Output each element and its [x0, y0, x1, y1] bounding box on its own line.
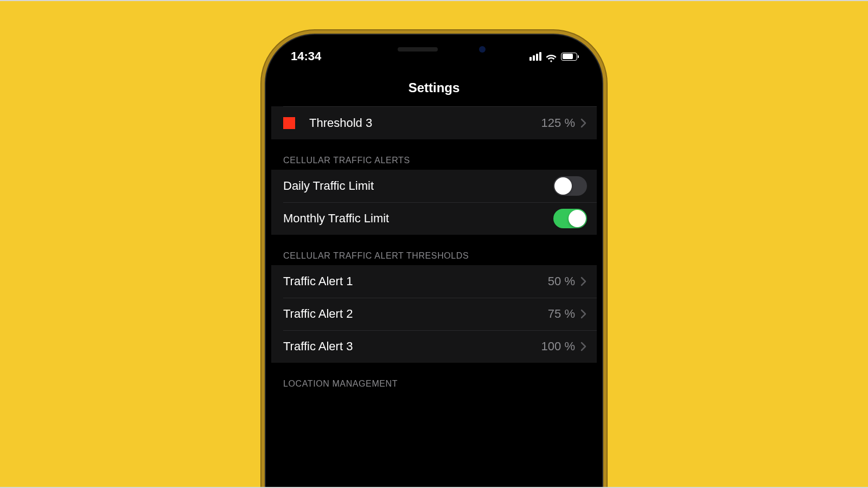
- group-header: CELLULAR TRAFFIC ALERT THRESHOLDS: [271, 251, 597, 265]
- wifi-icon: [546, 52, 557, 61]
- row-monthly-traffic-limit: Monthly Traffic Limit: [271, 202, 597, 235]
- screen: 14:34 Settings Threshold 3: [271, 40, 597, 488]
- settings-content[interactable]: Threshold 3 125 % CELLULAR TRAFFIC ALERT…: [271, 103, 597, 393]
- row-label: Traffic Alert 3: [283, 339, 541, 354]
- cellular-signal-icon: [529, 52, 541, 61]
- toggle-monthly-traffic-limit[interactable]: [553, 209, 587, 228]
- notch: [363, 40, 505, 59]
- row-threshold-3[interactable]: Threshold 3 125 %: [271, 107, 597, 139]
- group-wifi-thresholds-partial: Threshold 3 125 %: [271, 106, 597, 139]
- row-traffic-alert-3[interactable]: Traffic Alert 3 100 %: [271, 330, 597, 363]
- row-value: 125 %: [541, 116, 575, 130]
- battery-icon: [561, 53, 577, 61]
- row-label: Monthly Traffic Limit: [283, 211, 553, 226]
- status-right-cluster: [529, 52, 577, 61]
- group-cellular-traffic-alerts: CELLULAR TRAFFIC ALERTS Daily Traffic Li…: [271, 156, 597, 235]
- phone-frame: 14:34 Settings Threshold 3: [266, 35, 602, 488]
- row-value: 75 %: [548, 307, 575, 321]
- group-header: LOCATION MANAGEMENT: [271, 379, 597, 393]
- page-title: Settings: [409, 80, 460, 95]
- list-wifi-thresholds: Threshold 3 125 %: [271, 106, 597, 139]
- row-label: Daily Traffic Limit: [283, 179, 553, 193]
- chevron-right-icon: [580, 118, 587, 128]
- row-label: Traffic Alert 2: [283, 307, 548, 321]
- chevron-right-icon: [580, 277, 587, 286]
- nav-bar: Settings: [271, 73, 597, 103]
- speaker-grille: [398, 47, 438, 52]
- row-label: Threshold 3: [309, 116, 541, 130]
- status-time: 14:34: [291, 49, 321, 63]
- list-alert-thresholds: Traffic Alert 1 50 % Traffic Alert 2 75 …: [271, 265, 597, 363]
- row-label: Traffic Alert 1: [283, 274, 548, 288]
- group-cellular-alert-thresholds: CELLULAR TRAFFIC ALERT THRESHOLDS Traffi…: [271, 251, 597, 363]
- row-value: 100 %: [541, 339, 575, 354]
- row-value: 50 %: [548, 274, 575, 288]
- row-traffic-alert-1[interactable]: Traffic Alert 1 50 %: [271, 265, 597, 298]
- group-header: CELLULAR TRAFFIC ALERTS: [271, 156, 597, 170]
- chevron-right-icon: [580, 309, 587, 319]
- toggle-daily-traffic-limit[interactable]: [553, 176, 587, 196]
- chevron-right-icon: [580, 342, 587, 351]
- row-daily-traffic-limit: Daily Traffic Limit: [271, 170, 597, 202]
- list-traffic-alerts: Daily Traffic Limit Monthly Traffic Limi…: [271, 170, 597, 235]
- row-traffic-alert-2[interactable]: Traffic Alert 2 75 %: [271, 298, 597, 330]
- threshold-color-swatch: [283, 117, 295, 129]
- group-location-management: LOCATION MANAGEMENT: [271, 379, 597, 393]
- front-camera: [479, 46, 486, 53]
